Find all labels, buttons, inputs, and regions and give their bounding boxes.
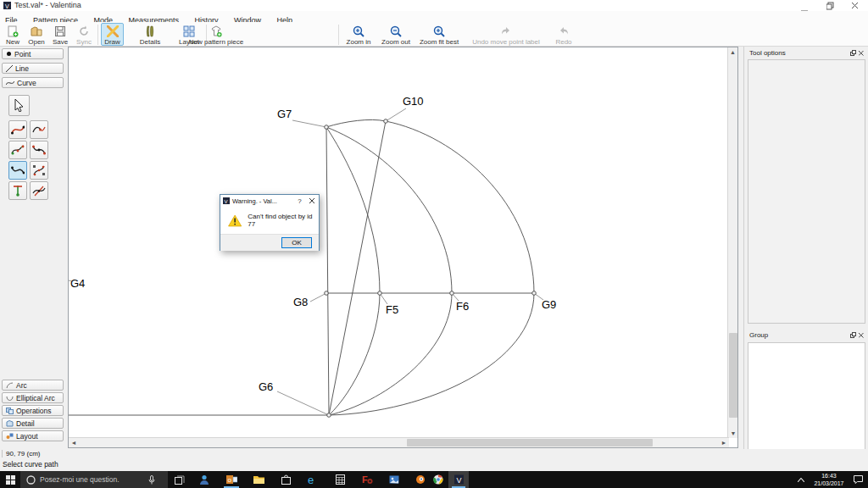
tray-clock[interactable]: 16:43 21/03/2017 [810,471,848,488]
curve-path-tool-button[interactable] [8,141,27,159]
section-line[interactable]: Line [2,63,64,74]
point-g10[interactable] [384,119,388,124]
tray-expand-button[interactable] [793,471,809,488]
tool-options-titlebar[interactable]: Tool options [746,47,867,58]
spline-tool-button[interactable] [8,120,27,139]
titlebar[interactable]: V Test.val* - Valentina [0,0,868,11]
label-g9[interactable]: G9 [542,298,556,311]
taskbar-app-explorer[interactable] [248,471,270,488]
horizontal-scrollbar[interactable]: ◄ ► [69,437,729,447]
save-button[interactable]: Save [49,23,71,46]
taskbar-app-calculator[interactable] [329,471,351,488]
leader-g6 [277,391,329,415]
dialog-app-icon: V [223,197,230,204]
float-panel-icon[interactable] [849,49,857,58]
sync-button[interactable]: Sync [73,23,95,46]
taskbar-app-settings-red[interactable]: F [356,471,378,488]
dialog-titlebar[interactable]: V Warning. - Val... ? [220,195,319,207]
point-g7[interactable] [325,125,329,130]
label-g10[interactable]: G10 [403,95,424,108]
label-g8[interactable]: G8 [293,296,308,308]
close-panel-icon[interactable] [857,331,865,340]
start-button[interactable] [0,471,20,488]
curve-inner-f5[interactable] [326,127,380,415]
close-panel-icon[interactable] [857,49,865,58]
dialog-help-button[interactable]: ? [293,196,306,207]
point-f6[interactable] [450,291,454,296]
search-input[interactable] [40,475,148,484]
scroll-left-arrow[interactable]: ◄ [69,438,79,447]
section-arc[interactable]: Arc [2,380,64,391]
point-f5[interactable] [378,291,382,296]
zoom-fit-best-button[interactable]: Zoom fit best [416,23,462,46]
point-g9[interactable] [532,291,537,296]
close-button[interactable] [843,0,868,11]
ok-button[interactable]: OK [281,237,312,248]
point-g8[interactable] [325,291,329,296]
section-operations[interactable]: Operations [2,405,64,416]
microphone-icon[interactable] [148,475,155,485]
group-list[interactable] [748,342,865,451]
cut-spline-tool-button[interactable] [30,181,48,200]
label-g4[interactable]: G4 [70,277,85,290]
taskbar-app-store[interactable] [275,471,297,488]
scroll-right-arrow[interactable]: ► [719,438,729,447]
drawing-canvas[interactable]: G7 G10 G8 F5 F6 G9 G6 G4 ▲ ▼ ◄ ► [68,47,738,448]
cortana-circle-icon [26,475,36,485]
action-center-button[interactable] [849,471,866,488]
curved-path-tool-button-selected[interactable] [8,161,27,180]
curve-icon [6,80,14,86]
scroll-down-arrow[interactable]: ▼ [728,429,738,438]
spline-path-tool-button[interactable] [30,141,48,159]
calculator-icon [336,474,345,485]
task-view-button[interactable] [170,471,190,488]
section-layout[interactable]: Layout [2,430,64,441]
horizontal-scroll-thumb[interactable] [407,439,653,446]
curved-path-tool-icon [11,164,25,176]
taskbar-app-outlook[interactable]: o [220,471,242,488]
details-mode-button[interactable]: Details [137,23,163,46]
vertical-scroll-thumb[interactable] [729,333,737,418]
new-pattern-piece-button[interactable]: New pattern piece [182,23,250,46]
label-g7[interactable]: G7 [277,108,292,120]
section-point[interactable]: Point [2,48,64,59]
new-button[interactable]: New [2,23,24,46]
label-f6[interactable]: F6 [456,300,469,313]
minimize-button[interactable] [792,0,817,11]
zoom-in-button[interactable]: Zoom in [342,23,376,46]
label-f5[interactable]: F5 [386,303,398,316]
line-g10-to-base[interactable] [329,121,386,415]
select-tool-button[interactable] [8,95,30,116]
section-curve[interactable]: Curve [2,77,64,88]
taskbar-app-photos[interactable] [383,471,405,488]
float-panel-icon[interactable] [849,331,857,340]
group-titlebar[interactable]: Group [746,330,867,341]
redo-button[interactable]: Redo [549,23,578,46]
section-elliptical-arc[interactable]: Elliptical Arc [2,392,64,403]
undo-button[interactable]: Undo move point label [465,23,547,46]
vertical-scrollbar[interactable]: ▲ ▼ [727,47,737,438]
curve-middle-f6[interactable] [326,127,452,415]
restore-button[interactable] [817,0,843,11]
label-g6[interactable]: G6 [259,380,273,393]
dialog-close-button[interactable] [306,196,319,207]
taskbar-app-chrome[interactable] [428,471,448,488]
scroll-up-arrow[interactable]: ▲ [728,47,737,57]
pattern-drawing[interactable]: G7 G10 G8 F5 F6 G9 G6 G4 [69,47,728,438]
taskbar-app-edge[interactable]: e [302,471,324,488]
point-base[interactable] [327,413,331,418]
draw-mode-button[interactable]: Draw [101,23,124,46]
zoom-out-button[interactable]: Zoom out [377,23,415,46]
taskbar-app-valentina-active[interactable]: V [448,471,469,488]
curve-network-tool-button[interactable] [30,161,48,180]
tool-options-panel[interactable] [748,59,865,324]
undo-icon [500,25,512,37]
open-button[interactable]: Open [25,23,47,46]
cubic-bezier-tool-button[interactable] [30,120,48,139]
line-vertical[interactable] [326,127,329,415]
section-detail[interactable]: Detail [2,418,64,429]
dialog-message: Can't find object by id 77 [248,213,319,228]
cortana-search-box[interactable] [20,471,168,488]
taskbar-app-remote[interactable] [193,471,215,488]
curve-intersect-axis-tool-button[interactable] [8,181,27,200]
